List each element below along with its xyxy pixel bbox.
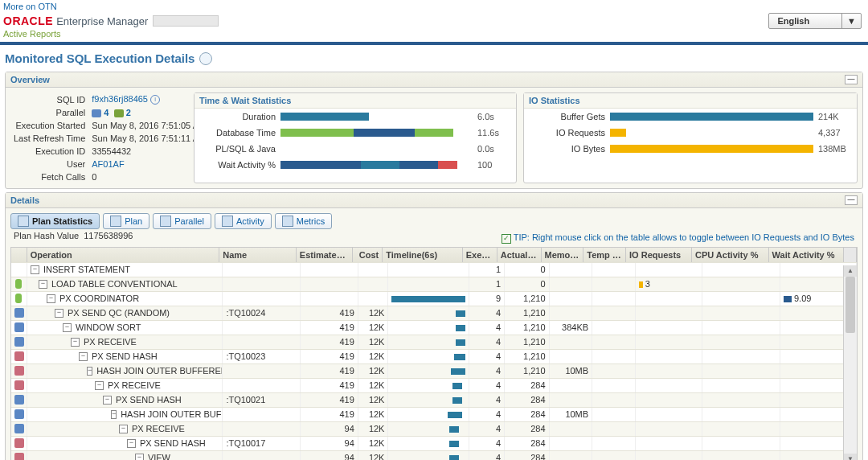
table-row[interactable]: −WINDOW SORT41912K41,210384KB bbox=[11, 320, 857, 335]
tree-toggle[interactable]: − bbox=[111, 410, 117, 419]
cell: 9 bbox=[469, 292, 505, 306]
tab-icon bbox=[282, 216, 293, 227]
px-red-icon bbox=[14, 380, 24, 390]
col-estimated[interactable]: Estimated... bbox=[297, 248, 353, 262]
info-icon[interactable]: i bbox=[150, 95, 160, 105]
refresh-icon[interactable] bbox=[199, 52, 212, 65]
tree-toggle[interactable]: − bbox=[103, 396, 112, 405]
table-row[interactable]: −LOAD TABLE CONVENTIONAL10 3 bbox=[11, 277, 857, 291]
table-row[interactable]: −PX SEND HASH:TQ100179412K4284 bbox=[11, 436, 857, 450]
col-name[interactable]: Name bbox=[219, 248, 297, 262]
value-exec-id: 33554432 bbox=[88, 145, 209, 158]
tab-metrics[interactable]: Metrics bbox=[275, 213, 332, 229]
tree-toggle[interactable]: − bbox=[31, 265, 39, 274]
scroll-down[interactable]: ▼ bbox=[844, 454, 857, 460]
cell: 94 bbox=[301, 422, 358, 436]
cell: 4 bbox=[469, 379, 505, 392]
language-dropdown[interactable]: English ▼ bbox=[768, 13, 862, 29]
stat-label: PL/SQL & Java bbox=[199, 144, 276, 154]
overview-title: Overview bbox=[10, 75, 50, 84]
table-row[interactable]: −HASH JOIN OUTER BUFFERED41912K428410MB bbox=[11, 407, 857, 421]
tree-toggle[interactable]: − bbox=[55, 309, 63, 318]
operation-text: PX SEND QC (RANDOM) bbox=[68, 306, 170, 320]
cell: 284 bbox=[505, 393, 550, 407]
tree-toggle[interactable]: − bbox=[127, 439, 136, 448]
cell: 4 bbox=[469, 408, 505, 421]
col-temp[interactable]: Temp (... bbox=[583, 248, 626, 262]
table-row[interactable]: −PX RECEIVE9412K4284 bbox=[11, 421, 857, 436]
table-row[interactable]: −PX SEND QC (RANDOM):TQ1002441912K41,210 bbox=[11, 306, 857, 320]
col-operation[interactable]: Operation bbox=[27, 248, 220, 262]
cell bbox=[550, 451, 593, 460]
cell: 419 bbox=[301, 306, 358, 320]
sqlid-link[interactable]: f9xh36rj88465 bbox=[92, 94, 148, 104]
table-row[interactable]: −PX COORDINATOR91,210 9.09 bbox=[11, 291, 857, 306]
cell: :TQ10021 bbox=[223, 393, 301, 407]
scroll-up[interactable]: ▲ bbox=[844, 265, 857, 277]
col-wait[interactable]: Wait Activity % bbox=[769, 248, 845, 262]
tree-toggle[interactable]: − bbox=[39, 280, 47, 289]
scroll-thumb[interactable] bbox=[845, 277, 855, 333]
cell: 12K bbox=[358, 408, 389, 421]
tree-toggle[interactable]: − bbox=[87, 367, 92, 376]
stat-row: IO Requests4,337 bbox=[524, 125, 857, 141]
collapse-icon[interactable]: — bbox=[845, 195, 858, 205]
col-actual[interactable]: Actual ... bbox=[497, 248, 542, 262]
table-row[interactable]: −INSERT STATEMENT10 bbox=[11, 262, 857, 277]
col-cost[interactable]: Cost bbox=[353, 248, 383, 262]
tree-toggle[interactable]: − bbox=[135, 454, 144, 460]
tab-activity[interactable]: Activity bbox=[215, 213, 272, 229]
col-exec[interactable]: Exec... bbox=[463, 248, 497, 262]
plan-grid[interactable]: Operation Name Estimated... Cost Timelin… bbox=[10, 247, 858, 460]
tree-toggle[interactable]: − bbox=[63, 323, 72, 332]
table-row[interactable]: −PX RECEIVE41912K41,210 bbox=[11, 335, 857, 349]
px-blue-icon bbox=[14, 409, 24, 419]
cell: 419 bbox=[301, 393, 358, 407]
table-row[interactable]: −PX RECEIVE41912K4284 bbox=[11, 378, 857, 392]
header-rule bbox=[0, 42, 868, 45]
cell: 10MB bbox=[550, 364, 593, 378]
plan-hash-value: Plan Hash Value 1175638996 bbox=[6, 231, 141, 242]
cell bbox=[702, 408, 780, 421]
operation-text: PX RECEIVE bbox=[132, 422, 185, 436]
table-row[interactable]: −HASH JOIN OUTER BUFFERED41912K41,21010M… bbox=[11, 363, 857, 378]
operation-text: HASH JOIN OUTER BUFFERED bbox=[96, 364, 223, 378]
more-on-otn-link[interactable]: More on OTN bbox=[3, 2, 57, 11]
tab-label: Parallel bbox=[174, 216, 204, 226]
vertical-scrollbar[interactable]: ▲ ▼ bbox=[843, 265, 857, 460]
stat-label: Buffer Gets bbox=[529, 112, 605, 121]
cell bbox=[592, 437, 636, 450]
operation-text: WINDOW SORT bbox=[76, 321, 141, 335]
cell: 0 bbox=[505, 263, 550, 277]
tab-parallel[interactable]: Parallel bbox=[153, 213, 211, 229]
cell bbox=[702, 364, 780, 378]
cell bbox=[592, 321, 636, 335]
tree-toggle[interactable]: − bbox=[95, 381, 104, 390]
col-cpu[interactable]: CPU Activity % bbox=[692, 248, 769, 262]
col-memory[interactable]: Memor... bbox=[542, 248, 584, 262]
tab-plan-statistics[interactable]: Plan Statistics bbox=[10, 213, 100, 229]
tree-toggle[interactable]: − bbox=[119, 425, 128, 433]
user-link[interactable]: AF01AF bbox=[92, 159, 124, 169]
cell: 419 bbox=[301, 350, 358, 363]
tree-toggle[interactable]: − bbox=[79, 352, 88, 361]
col-timeline[interactable]: Timeline(6s) bbox=[383, 248, 462, 262]
table-row[interactable]: −PX SEND HASH:TQ1002341912K41,210 bbox=[11, 349, 857, 363]
cell bbox=[223, 292, 301, 306]
cell: 4 bbox=[469, 451, 505, 460]
label-exec-started: Execution Started bbox=[10, 119, 88, 132]
tree-toggle[interactable]: − bbox=[71, 338, 80, 347]
cell bbox=[702, 379, 780, 392]
cell bbox=[550, 379, 593, 392]
tab-plan[interactable]: Plan bbox=[103, 213, 149, 229]
table-row[interactable]: −PX SEND HASH:TQ1002141912K4284 bbox=[11, 392, 857, 407]
tree-toggle[interactable]: − bbox=[47, 294, 55, 303]
table-row[interactable]: −VIEW9412K4284 bbox=[11, 450, 857, 460]
stat-bar bbox=[280, 129, 473, 137]
col-iorequests[interactable]: IO Requests bbox=[626, 248, 692, 262]
cell: 284 bbox=[505, 408, 550, 421]
collapse-icon[interactable]: — bbox=[845, 75, 858, 84]
cell bbox=[223, 422, 301, 436]
cell: 12K bbox=[358, 379, 389, 392]
cell bbox=[592, 306, 636, 320]
